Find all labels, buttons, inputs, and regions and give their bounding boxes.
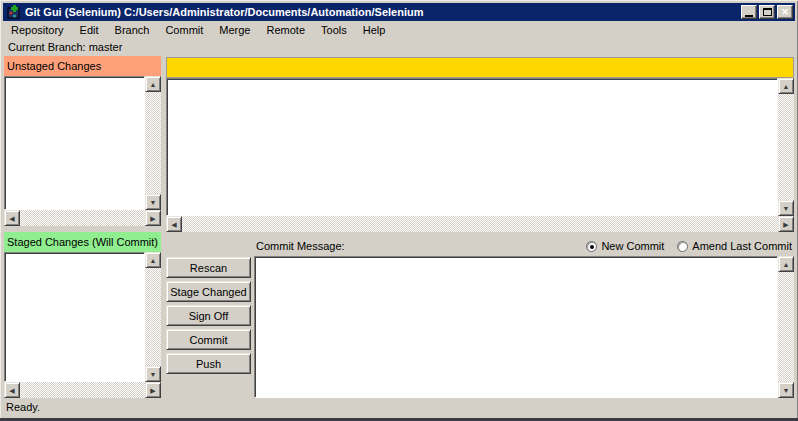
window-title: Git Gui (Selenium) C:/Users/Administrato…: [25, 6, 424, 18]
stage-changed-button[interactable]: Stage Changed: [166, 281, 251, 302]
commit-button[interactable]: Commit: [166, 329, 251, 350]
scroll-up-button[interactable]: ▲: [778, 78, 794, 94]
minimize-button[interactable]: [741, 5, 757, 19]
radio-new-commit[interactable]: New Commit: [586, 240, 664, 252]
menu-item-edit[interactable]: Edit: [72, 21, 107, 39]
scroll-up-button[interactable]: ▲: [145, 76, 161, 92]
diff-header-bar: [166, 57, 794, 78]
scroll-left-button[interactable]: ◀: [4, 382, 20, 398]
scroll-down-button[interactable]: ▼: [145, 194, 161, 210]
commit-mode-radios: New Commit Amend Last Commit: [578, 240, 792, 252]
diff-panel: ▲ ▼ ◀ ▶: [166, 57, 794, 232]
unstaged-changes-panel: ▲ ▼ ◀ ▶: [4, 76, 161, 226]
commit-message-input[interactable]: [254, 256, 778, 398]
scroll-up-button[interactable]: ▲: [778, 256, 794, 272]
unstaged-file-list[interactable]: [4, 76, 145, 210]
scroll-left-button[interactable]: ◀: [4, 210, 20, 226]
commit-vertical-scrollbar[interactable]: ▲ ▼: [778, 256, 794, 398]
maximize-button[interactable]: [759, 5, 775, 19]
close-icon: ✕: [781, 8, 789, 17]
scroll-left-icon: ◀: [171, 221, 176, 228]
staged-changes-panel: ▲ ▼ ◀ ▶: [4, 252, 161, 398]
scroll-down-icon: ▼: [783, 205, 790, 212]
scroll-down-button[interactable]: ▼: [778, 382, 794, 398]
unstaged-changes-header: Unstaged Changes: [4, 56, 161, 76]
scroll-left-icon: ◀: [9, 387, 14, 394]
scroll-up-icon: ▲: [150, 81, 157, 88]
staged-vertical-scrollbar[interactable]: ▲ ▼: [145, 252, 161, 382]
unstaged-vertical-scrollbar[interactable]: ▲ ▼: [145, 76, 161, 210]
scroll-up-icon: ▲: [783, 83, 790, 90]
radio-amend-last-commit[interactable]: Amend Last Commit: [677, 240, 792, 252]
menu-item-merge[interactable]: Merge: [211, 21, 258, 39]
staged-changes-header: Staged Changes (Will Commit): [4, 232, 161, 252]
diff-view[interactable]: [166, 78, 778, 216]
staged-horizontal-scrollbar[interactable]: ◀ ▶: [4, 382, 161, 398]
rescan-button[interactable]: Rescan: [166, 257, 251, 278]
scroll-right-button[interactable]: ▶: [145, 382, 161, 398]
menu-item-repository[interactable]: Repository: [3, 21, 72, 39]
scroll-down-button[interactable]: ▼: [778, 200, 794, 216]
close-button[interactable]: ✕: [777, 5, 793, 19]
radio-new-commit-label: New Commit: [601, 240, 664, 252]
menu-item-help[interactable]: Help: [355, 21, 394, 39]
scroll-down-icon: ▼: [150, 199, 157, 206]
scroll-up-icon: ▲: [783, 261, 790, 268]
scroll-up-button[interactable]: ▲: [145, 252, 161, 268]
commit-message-label: Commit Message:: [256, 240, 345, 252]
scrollbar-track[interactable]: [182, 216, 778, 232]
app-window: Git Gui (Selenium) C:/Users/Administrato…: [0, 0, 798, 421]
scrollbar-track[interactable]: [145, 92, 161, 194]
status-bar: Ready.: [6, 401, 40, 413]
scrollbar-track[interactable]: [778, 94, 794, 200]
radio-selected-icon: [586, 241, 597, 252]
scrollbar-track[interactable]: [778, 272, 794, 382]
radio-unselected-icon: [677, 241, 688, 252]
unstaged-horizontal-scrollbar[interactable]: ◀ ▶: [4, 210, 161, 226]
app-icon: [7, 5, 21, 19]
diff-vertical-scrollbar[interactable]: ▲ ▼: [778, 78, 794, 216]
sign-off-button[interactable]: Sign Off: [166, 305, 251, 326]
scrollbar-track[interactable]: [20, 382, 145, 398]
menubar: Repository Edit Branch Commit Merge Remo…: [3, 21, 795, 39]
scroll-left-button[interactable]: ◀: [166, 216, 182, 232]
scroll-right-icon: ▶: [150, 215, 155, 222]
scrollbar-track[interactable]: [20, 210, 145, 226]
radio-amend-label: Amend Last Commit: [692, 240, 792, 252]
diff-horizontal-scrollbar[interactable]: ◀ ▶: [166, 216, 794, 232]
scroll-down-icon: ▼: [150, 371, 157, 378]
action-button-column: Rescan Stage Changed Sign Off Commit Pus…: [166, 257, 251, 374]
scroll-up-icon: ▲: [150, 257, 157, 264]
titlebar[interactable]: Git Gui (Selenium) C:/Users/Administrato…: [3, 3, 795, 21]
scrollbar-track[interactable]: [145, 268, 161, 366]
commit-message-box: ▲ ▼: [254, 256, 794, 398]
scroll-left-icon: ◀: [9, 215, 14, 222]
scroll-down-button[interactable]: ▼: [145, 366, 161, 382]
maximize-icon: [763, 8, 772, 16]
scroll-right-button[interactable]: ▶: [778, 216, 794, 232]
menu-item-commit[interactable]: Commit: [157, 21, 211, 39]
current-branch-label: Current Branch: master: [8, 41, 122, 53]
push-button[interactable]: Push: [166, 353, 251, 374]
scroll-right-icon: ▶: [150, 387, 155, 394]
scroll-right-icon: ▶: [783, 221, 788, 228]
scroll-down-icon: ▼: [783, 387, 790, 394]
staged-file-list[interactable]: [4, 252, 145, 382]
scroll-right-button[interactable]: ▶: [145, 210, 161, 226]
minimize-icon: [745, 15, 753, 17]
menu-item-branch[interactable]: Branch: [107, 21, 158, 39]
menu-item-remote[interactable]: Remote: [258, 21, 313, 39]
menu-item-tools[interactable]: Tools: [313, 21, 355, 39]
